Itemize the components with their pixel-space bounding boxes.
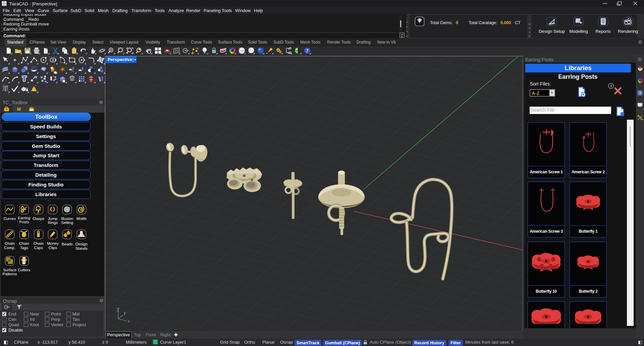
svg-text:O: O — [50, 206, 55, 213]
svg-text:?: ? — [306, 48, 309, 53]
svg-text:y: y — [124, 310, 126, 315]
svg-text:x: x — [128, 319, 130, 324]
